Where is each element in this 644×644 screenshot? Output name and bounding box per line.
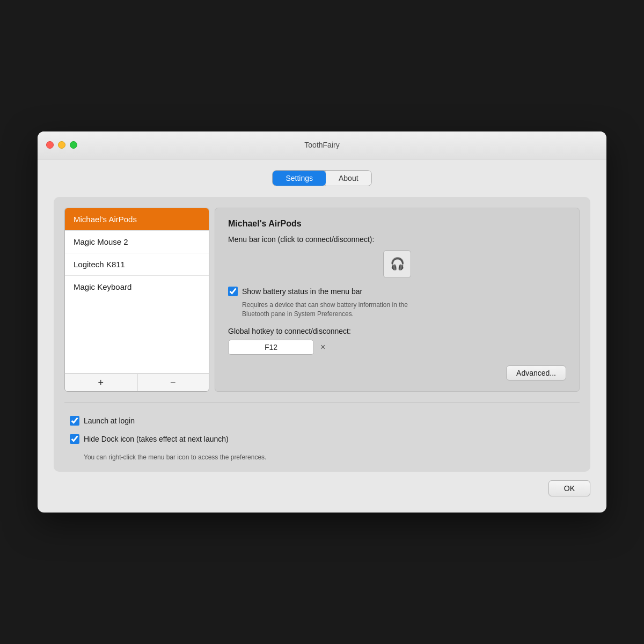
hotkey-input[interactable] [228,340,314,355]
minimize-button[interactable] [58,141,65,149]
bottom-checkboxes: Launch at login Hide Dock icon (takes ef… [64,414,580,461]
bottom-note: You can right-click the menu bar icon to… [84,453,580,461]
icon-preview: 🎧 [228,250,566,278]
ok-row: OK [54,472,590,496]
tab-settings[interactable]: Settings [273,171,326,186]
tab-bar: Settings About [54,170,590,186]
battery-status-row: Show battery status in the menu bar [228,287,566,296]
battery-note: Requires a device that can show battery … [242,301,566,319]
devices-and-settings: Michael's AirPods Magic Mouse 2 Logitech… [64,208,580,392]
device-item-keyboard[interactable]: Magic Keyboard [65,276,209,298]
hide-dock-checkbox[interactable] [70,434,79,444]
hotkey-clear-button[interactable]: × [318,341,327,353]
battery-status-checkbox[interactable] [228,287,238,296]
launch-login-label: Launch at login [84,416,135,425]
titlebar: ToothFairy [38,131,606,159]
launch-login-row: Launch at login [70,416,580,426]
airpods-icon-box[interactable]: 🎧 [383,250,411,278]
window-title: ToothFairy [304,141,339,149]
device-list-controls: + − [64,374,209,392]
battery-status-label: Show battery status in the menu bar [242,287,362,296]
content-area: Settings About Michael's AirPods Magic M… [38,159,606,513]
device-item-mouse2[interactable]: Magic Mouse 2 [65,231,209,253]
settings-panel: Michael's AirPods Menu bar icon (click t… [215,208,580,392]
device-settings-title: Michael's AirPods [228,219,566,229]
tab-about[interactable]: About [326,171,371,186]
airpods-icon: 🎧 [390,257,405,271]
launch-login-checkbox[interactable] [70,416,79,426]
close-button[interactable] [46,141,54,149]
main-window: ToothFairy Settings About Michael's AirP… [38,131,606,513]
menu-bar-label: Menu bar icon (click to connect/disconne… [228,235,566,244]
device-list: Michael's AirPods Magic Mouse 2 Logitech… [64,208,209,374]
device-list-container: Michael's AirPods Magic Mouse 2 Logitech… [64,208,209,392]
advanced-row: Advanced... [228,365,566,380]
hide-dock-row: Hide Dock icon (takes effect at next lau… [70,434,580,444]
hotkey-row: × [228,340,566,355]
advanced-button[interactable]: Advanced... [506,365,566,380]
add-device-button[interactable]: + [65,374,137,391]
maximize-button[interactable] [70,141,77,149]
divider [64,402,580,403]
device-item-k811[interactable]: Logitech K811 [65,253,209,276]
device-item-airpods[interactable]: Michael's AirPods [65,208,209,231]
traffic-lights [46,141,77,149]
tab-group: Settings About [272,170,371,186]
remove-device-button[interactable]: − [137,374,209,391]
main-panel: Michael's AirPods Magic Mouse 2 Logitech… [54,197,590,472]
hide-dock-label: Hide Dock icon (takes effect at next lau… [84,435,229,443]
hotkey-label: Global hotkey to connect/disconnect: [228,327,566,335]
ok-button[interactable]: OK [548,480,590,496]
